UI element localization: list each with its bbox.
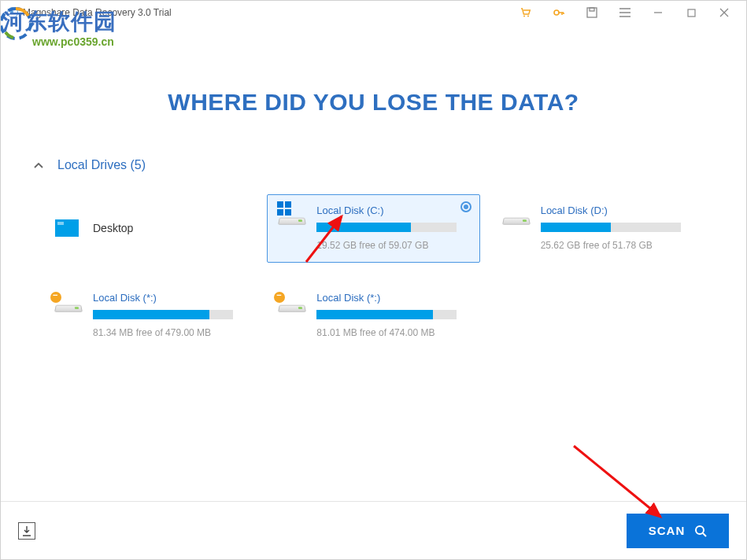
chevron-up-icon	[34, 159, 43, 171]
drive-name: Local Disk (D:)	[541, 204, 692, 216]
page-heading: WHERE DID YOU LOSE THE DATA?	[1, 89, 746, 116]
key-icon[interactable]	[553, 6, 565, 19]
search-icon	[694, 525, 707, 537]
disk-icon	[55, 297, 82, 319]
scan-label: SCAN	[649, 524, 686, 537]
svg-point-6	[696, 526, 704, 534]
disk-windows-icon	[279, 209, 305, 231]
drive-item[interactable]: Local Disk (*:)81.34 MB free of 479.00 M…	[43, 282, 256, 350]
drive-space: 81.34 MB free of 479.00 MB	[93, 327, 244, 338]
app-title: Magoshare Data Recovery 3.0 Trial	[23, 7, 172, 18]
drive-name: Local Disk (C:)	[316, 204, 468, 216]
drives-grid: DesktopLocal Disk (C:)19.52 GB free of 5…	[34, 194, 713, 350]
warning-badge	[274, 292, 285, 303]
usage-bar	[93, 310, 233, 319]
drive-space: 19.52 GB free of 59.07 GB	[316, 240, 468, 251]
svg-rect-5	[688, 9, 695, 17]
svg-rect-4	[590, 8, 594, 11]
watermark-url: www.pc0359.cn	[32, 35, 116, 48]
disk-icon	[279, 297, 305, 319]
window-controls	[520, 6, 740, 19]
cart-icon[interactable]	[520, 6, 532, 19]
title-bar: Magoshare Data Recovery 3.0 Trial	[1, 1, 746, 24]
save-icon[interactable]	[586, 6, 598, 19]
drive-item[interactable]: Desktop	[43, 194, 256, 263]
scan-button[interactable]: SCAN	[627, 514, 729, 548]
app-icon	[7, 7, 18, 18]
drive-space: 81.01 MB free of 474.00 MB	[316, 327, 468, 338]
drive-name: Local Disk (*:)	[316, 292, 468, 304]
minimize-icon[interactable]	[652, 6, 664, 19]
drive-item[interactable]: Local Disk (*:)81.01 MB free of 474.00 M…	[267, 282, 479, 350]
svg-rect-3	[587, 8, 597, 17]
warning-badge	[50, 292, 61, 303]
svg-point-0	[523, 16, 525, 17]
drive-space: 25.62 GB free of 51.78 GB	[541, 240, 692, 251]
drive-item[interactable]: Local Disk (D:)25.62 GB free of 51.78 GB	[491, 194, 704, 263]
drive-item[interactable]: Local Disk (C:)19.52 GB free of 59.07 GB	[267, 194, 479, 263]
usage-bar	[316, 310, 457, 319]
drive-name: Desktop	[93, 222, 244, 234]
maximize-icon[interactable]	[685, 6, 697, 19]
selected-radio-icon	[460, 201, 471, 212]
footer-bar: SCAN	[1, 501, 746, 559]
disk-icon	[503, 209, 530, 231]
section-toggle[interactable]: Local Drives (5)	[34, 158, 713, 172]
local-drives-section: Local Drives (5) DesktopLocal Disk (C:)1…	[1, 158, 746, 350]
usage-bar	[541, 223, 681, 232]
menu-icon[interactable]	[619, 6, 631, 19]
svg-point-2	[554, 10, 559, 15]
import-button[interactable]	[18, 522, 35, 540]
desktop-icon	[55, 219, 82, 241]
close-icon[interactable]	[718, 6, 730, 19]
svg-point-1	[527, 16, 529, 17]
usage-bar	[316, 223, 457, 232]
drive-name: Local Disk (*:)	[93, 292, 244, 304]
section-label: Local Drives (5)	[57, 158, 146, 172]
